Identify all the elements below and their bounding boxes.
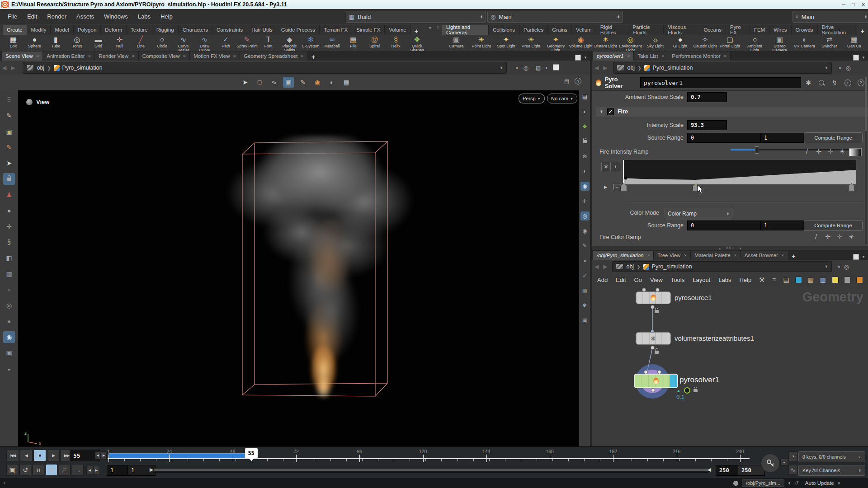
pin-icon[interactable]: ⇥ (835, 263, 840, 270)
path-root[interactable]: obj (627, 65, 635, 71)
network-tab-obj-pyro-simulation[interactable]: /obj/Pyro_simulation✕ (593, 251, 654, 260)
crowd-tool-icon[interactable]: ▦ (3, 268, 15, 280)
draw-tool-icon[interactable]: ✎ (3, 141, 15, 153)
node-label[interactable]: pyrosolver1 (679, 375, 719, 385)
tools-icon[interactable]: ⚒ (758, 276, 765, 283)
new-pane-tab-button[interactable]: + (308, 53, 319, 61)
build-spinner[interactable]: ▲▼ (480, 15, 483, 19)
network-menu-go[interactable]: Go (630, 273, 646, 286)
ramp-move-icon[interactable]: ✛ (816, 148, 822, 155)
network-menu-edit[interactable]: Edit (612, 273, 630, 286)
pane-maximize-icon[interactable] (853, 254, 859, 260)
desktop-selector[interactable]: ⌗ Main ▲▼ (793, 11, 868, 23)
shelf-tool-gan-ca[interactable]: ▦Gan Ca (842, 35, 867, 52)
network-tab-tree-view[interactable]: Tree View✕ (654, 251, 691, 260)
shelf-tab-model[interactable]: Model (51, 25, 73, 35)
minimize-button[interactable]: ─ (842, 2, 845, 7)
ramp-scale-icon[interactable]: ✛ (836, 234, 843, 240)
refresh-icon[interactable]: ↺ (794, 480, 799, 486)
shelf-tab-characters[interactable]: Characters (179, 25, 212, 35)
menu-help[interactable]: Help (156, 9, 178, 24)
pane-tab-composite-view[interactable]: Composite View✕ (139, 52, 190, 61)
shelf-tool-camera[interactable]: ▣Camera (444, 35, 469, 52)
shelf-tab-rigging[interactable]: Rigging (152, 25, 179, 35)
network-menu-add[interactable]: Add (593, 273, 612, 286)
shelf-tab-polygon[interactable]: Polygon (74, 25, 101, 35)
palette-icon[interactable] (795, 276, 802, 283)
view-label[interactable]: View (36, 99, 49, 105)
shelf-tool-quick-shapes[interactable]: ❖Quick Shapes (406, 35, 428, 52)
add-view-icon[interactable]: ✛ (580, 197, 590, 206)
layout-icon[interactable]: ▥ (819, 276, 826, 283)
gear-icon[interactable]: ✱ (805, 79, 812, 86)
pane-menu-icon[interactable]: ▼ (862, 255, 865, 259)
turntable-icon[interactable]: ◎ (580, 211, 590, 221)
source-range-max-field[interactable]: 1 (760, 133, 807, 143)
model-tool-icon[interactable]: ▣ (3, 126, 15, 137)
projection-pill[interactable]: Persp▼ (519, 94, 545, 103)
playhead-flag[interactable]: 55 (245, 448, 258, 458)
range-slider[interactable]: ▶ ◀ (153, 468, 709, 473)
ramp-line-icon[interactable]: / (813, 234, 819, 240)
character-tool-icon[interactable]: ♟ (3, 189, 15, 201)
shelf-tab-constraints[interactable]: Constraints (212, 25, 247, 35)
close-tab-icon[interactable]: ✕ (734, 253, 737, 258)
hook-icon[interactable]: ✓ (580, 271, 590, 280)
node-label[interactable]: volumerasterizeattributes1 (675, 334, 754, 342)
color-mode-dropdown[interactable]: Color Ramp ▲▼ (664, 208, 733, 219)
compute-range2-button[interactable]: Compute Range (804, 220, 863, 231)
link-target-icon[interactable]: ◎ (844, 263, 849, 270)
ramp-presets-swatch[interactable] (849, 148, 862, 156)
node-name-field[interactable]: pyrosolver1 (640, 77, 801, 88)
shelf-tab-lights-and-cameras[interactable]: Lights and Cameras (442, 25, 489, 35)
menu-assets[interactable]: Assets (71, 9, 99, 24)
scoped-channels-button[interactable]: ◔ (788, 451, 797, 461)
shelf-tool-sky-light[interactable]: ☼Sky Light (643, 35, 668, 52)
close-tab-icon[interactable]: ✕ (724, 54, 727, 58)
brush-icon[interactable]: ✎ (580, 241, 590, 250)
shelf-tool-font[interactable]: TFont (258, 35, 279, 52)
shelf-tool-helix[interactable]: §Helix (385, 35, 406, 52)
help-icon[interactable]: ? (575, 78, 581, 84)
ramp-delete-point-button[interactable]: ✕ (601, 162, 611, 171)
pane-maximize-icon[interactable] (575, 55, 581, 61)
search-icon[interactable] (818, 79, 825, 86)
node-output-dot[interactable] (651, 305, 655, 309)
path-dropdown-icon[interactable]: ▼ (500, 66, 504, 70)
shelf-tool-line[interactable]: ╱Line (130, 35, 151, 52)
shelf-tab-hair-utils[interactable]: Hair Utils (247, 25, 277, 35)
cam-icon[interactable]: ▣ (580, 316, 590, 325)
snap-mode-icon[interactable]: ◉ (312, 77, 323, 88)
globe-icon[interactable]: ◐ (580, 167, 590, 176)
shade-sphere-icon[interactable]: ◐ (580, 107, 590, 116)
shelf-tab-create[interactable]: Create (3, 25, 27, 35)
ramp-scale-icon[interactable]: ✛ (827, 148, 834, 155)
shelf-tool-sphere[interactable]: ●Sphere (24, 35, 45, 52)
close-button[interactable]: ✕ (861, 2, 865, 8)
shelf-tool-ambient-light[interactable]: ○Ambient Light (742, 35, 767, 52)
shelf-tool-curve-bezier[interactable]: ∿Curve Bezier (173, 35, 194, 52)
view-lock-icon[interactable] (580, 137, 590, 146)
ramp-play-icon[interactable]: ▶ (604, 185, 607, 189)
pane-tab-render-view[interactable]: Render View✕ (95, 52, 138, 61)
maximize-button[interactable]: □ (852, 2, 855, 7)
network-menu-labs[interactable]: Labs (714, 273, 735, 286)
network-path-field[interactable]: obj ❯ Pyro_simulation ▼ (612, 261, 832, 272)
box-select-icon[interactable]: □ (254, 77, 265, 88)
shelf-tab-particle-fluids[interactable]: Particle Fluids (628, 25, 664, 35)
eye-icon[interactable]: ◉ (580, 226, 590, 235)
gpu-grid-icon[interactable]: ❖ (580, 122, 590, 131)
pane-tab-take-list[interactable]: Take List✕ (634, 52, 668, 61)
ramp-add-point-button[interactable]: + (611, 162, 620, 171)
source-range2-max-field[interactable]: 1 (760, 221, 807, 230)
shelf-tool-switcher[interactable]: ⇄Switcher (817, 35, 842, 52)
status-path-spinner[interactable]: ▲▼ (788, 481, 791, 485)
forward-icon[interactable]: ▶ (9, 65, 17, 71)
intensity-field[interactable]: 93.3 (687, 120, 727, 130)
params-scrollbar[interactable] (865, 77, 867, 244)
menu-edit[interactable]: Edit (22, 9, 42, 24)
shelf-tab-collisions[interactable]: Collisions (489, 25, 519, 35)
network-tab-material-palette[interactable]: Material Palette✕ (691, 251, 741, 260)
keys-info-box[interactable]: 0 keys, 0/0 channels▲ (798, 451, 865, 462)
close-tab-icon[interactable]: ✕ (132, 54, 135, 58)
